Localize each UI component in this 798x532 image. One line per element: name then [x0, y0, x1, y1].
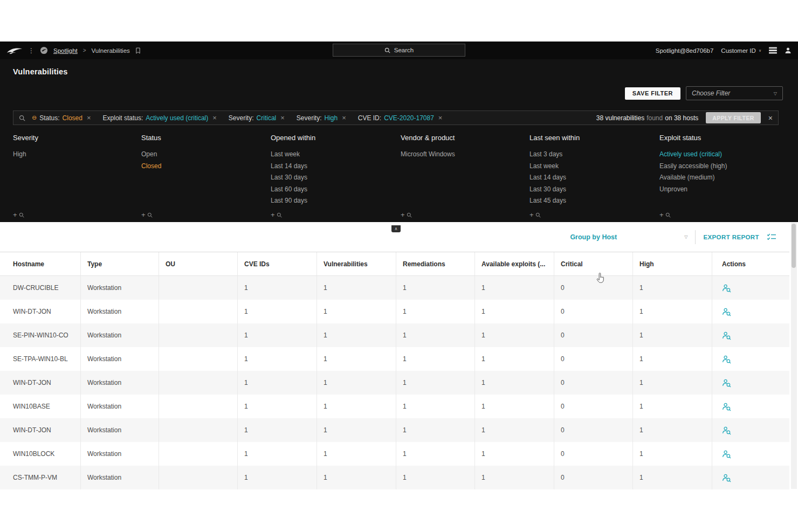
critical-cell: 0	[554, 276, 633, 300]
hostname-cell: WIN-DT-JON	[0, 300, 81, 323]
col-header-cve-ids[interactable]: CVE IDs	[238, 252, 317, 275]
facet-option[interactable]: Available (medium)	[659, 172, 785, 184]
add-filter-button[interactable]: +	[271, 211, 282, 219]
col-header-vulnerabilities[interactable]: Vulnerabilities	[317, 252, 396, 275]
column-settings-icon[interactable]	[767, 233, 776, 241]
facet-option[interactable]: Last 14 days	[271, 161, 401, 172]
filter-chip-severity-critical[interactable]: Severity: Critical ×	[229, 114, 285, 122]
col-header-type[interactable]: Type	[81, 252, 159, 275]
facet-option[interactable]: Last 30 days	[271, 172, 401, 184]
chip-remove-icon[interactable]: ×	[87, 114, 91, 122]
col-header-high[interactable]: High	[633, 252, 712, 275]
customer-id-dropdown[interactable]: Customer ID ∨	[721, 47, 761, 54]
facet-column-status: Status Open Closed +	[141, 134, 271, 222]
table-row[interactable]: WIN10BLOCK Workstation 1 1 1 1 0 1	[0, 442, 789, 466]
facet-option[interactable]: Last 3 days	[529, 149, 659, 161]
dropdown-triangle-icon: ▽	[684, 234, 687, 239]
facet-option[interactable]: Last 90 days	[271, 195, 401, 207]
chip-value: Closed	[63, 114, 82, 122]
filter-chip-exploit-status[interactable]: Exploit status: Actively used (critical)…	[103, 114, 217, 122]
crowdstrike-logo-icon[interactable]	[6, 47, 23, 54]
filter-chip-cve-id[interactable]: CVE ID: CVE-2020-17087 ×	[358, 114, 443, 122]
high-cell: 1	[633, 347, 712, 371]
host-detail-icon[interactable]	[722, 331, 731, 340]
col-header-hostname[interactable]: Hostname	[0, 252, 81, 275]
facet-option[interactable]: Last 30 days	[529, 184, 659, 196]
facet-option[interactable]: Last 14 days	[529, 172, 659, 184]
facet-option[interactable]: Open	[141, 149, 271, 161]
falcon-app-icon[interactable]	[40, 46, 48, 54]
facet-option-selected[interactable]: Closed	[141, 161, 271, 172]
table-row[interactable]: WIN-DT-JON Workstation 1 1 1 1 0 1	[0, 371, 789, 395]
vulnerabilities-cell: 1	[317, 323, 396, 347]
table-row[interactable]: CS-TMM-P-VM Workstation 1 1 1 1 0 1	[0, 466, 789, 489]
host-detail-icon[interactable]	[722, 284, 731, 293]
add-filter-button[interactable]: +	[401, 211, 412, 219]
available-exploits-cell: 1	[475, 418, 554, 442]
collapse-filters-tab[interactable]: ∧	[391, 225, 401, 232]
export-report-button[interactable]: EXPORT REPORT	[703, 234, 759, 240]
add-filter-button[interactable]: +	[659, 211, 671, 219]
table-row[interactable]: WIN-DT-JON Workstation 1 1 1 1 0 1	[0, 418, 789, 442]
host-detail-icon[interactable]	[722, 473, 731, 482]
col-header-remediations[interactable]: Remediations	[396, 252, 475, 275]
host-detail-icon[interactable]	[722, 402, 731, 411]
chip-remove-icon[interactable]: ×	[280, 114, 285, 122]
cve-ids-cell: 1	[238, 395, 317, 418]
search-icon	[19, 212, 24, 218]
filter-chips: ⊖ Status: Closed × Exploit status: Activ…	[32, 114, 442, 122]
filter-query-bar[interactable]: ⊖ Status: Closed × Exploit status: Activ…	[13, 110, 779, 125]
filter-chip-severity-high[interactable]: Severity: High ×	[297, 114, 346, 122]
group-by-host-dropdown[interactable]: Group by Host ▽	[570, 233, 687, 241]
col-header-actions: Actions	[712, 252, 789, 275]
save-filter-button[interactable]: SAVE FILTER	[625, 87, 680, 100]
facet-option[interactable]: Last week	[271, 149, 401, 161]
host-detail-icon[interactable]	[722, 426, 731, 435]
add-filter-button[interactable]: +	[141, 211, 153, 219]
host-detail-icon[interactable]	[722, 378, 731, 388]
cve-ids-cell: 1	[238, 300, 317, 323]
cve-ids-cell: 1	[238, 442, 317, 466]
add-filter-button[interactable]: +	[13, 211, 24, 219]
col-header-critical[interactable]: Critical	[554, 252, 633, 275]
vulnerabilities-cell: 1	[317, 466, 396, 489]
chip-remove-icon[interactable]: ×	[342, 114, 346, 122]
account-label: Spotlight@8ed706b7	[656, 47, 714, 54]
user-profile-icon[interactable]	[785, 47, 792, 54]
apps-grid-icon[interactable]	[769, 47, 777, 54]
vertical-scrollbar[interactable]	[791, 223, 797, 489]
facet-option[interactable]: Last 45 days	[529, 195, 659, 207]
table-row[interactable]: SE-TPA-WIN10-BL Workstation 1 1 1 1 0 1	[0, 347, 789, 371]
col-header-ou[interactable]: OU	[159, 252, 238, 275]
table-row[interactable]: WIN10BASE Workstation 1 1 1 1 0 1	[0, 395, 789, 418]
search-icon	[407, 212, 412, 218]
chip-remove-icon[interactable]: ×	[438, 114, 443, 122]
menu-dots-icon[interactable]: ⋮	[28, 47, 35, 54]
breadcrumb-app[interactable]: Spotlight	[53, 47, 78, 54]
bookmark-icon[interactable]	[135, 47, 141, 54]
table-row[interactable]: WIN-DT-JON Workstation 1 1 1 1 0 1	[0, 300, 789, 323]
filter-chip-status[interactable]: ⊖ Status: Closed ×	[32, 114, 91, 122]
choose-filter-dropdown[interactable]: Choose Filter ▽	[686, 86, 783, 100]
table-row[interactable]: SE-PIN-WIN10-CO Workstation 1 1 1 1 0 1	[0, 323, 789, 347]
scrollbar-thumb[interactable]	[792, 224, 796, 268]
host-detail-icon[interactable]	[722, 355, 731, 364]
apply-filter-button[interactable]: APPLY FILTER	[706, 112, 761, 123]
facet-option[interactable]: Last 60 days	[271, 184, 401, 196]
add-filter-button[interactable]: +	[529, 211, 541, 219]
plus-icon: +	[13, 211, 17, 219]
search-icon	[147, 212, 153, 218]
facet-option[interactable]: Microsoft Windows	[401, 149, 529, 161]
facet-option[interactable]: Unproven	[659, 184, 785, 196]
host-detail-icon[interactable]	[722, 307, 731, 316]
clear-filters-icon[interactable]: ×	[768, 114, 773, 122]
global-search-input[interactable]: Search	[333, 44, 465, 57]
facet-option[interactable]: Easily accessible (high)	[659, 161, 785, 172]
facet-option-selected[interactable]: Actively used (critical)	[659, 149, 785, 161]
col-header-available-exploits[interactable]: Available exploits (...	[475, 252, 554, 275]
table-row[interactable]: DW-CRUCIBLE Workstation 1 1 1 1 0 1	[0, 276, 789, 300]
facet-option[interactable]: Last week	[529, 161, 659, 172]
facet-option[interactable]: High	[13, 149, 141, 161]
chip-remove-icon[interactable]: ×	[212, 114, 217, 122]
host-detail-icon[interactable]	[722, 450, 731, 459]
